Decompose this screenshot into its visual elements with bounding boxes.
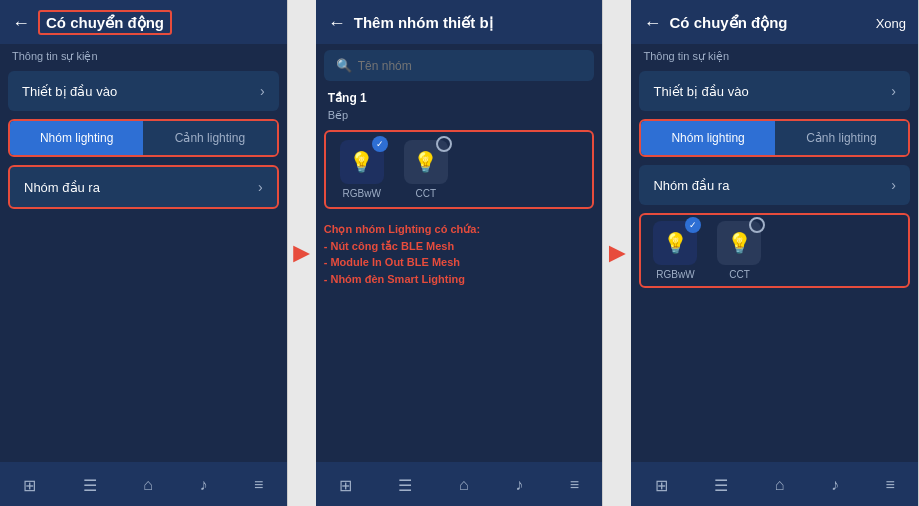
panel2-bottom-nav: ⊞ ☰ ⌂ ♪ ≡ xyxy=(316,462,603,506)
arrow2-icon: ► xyxy=(604,237,632,269)
panel2-device-rgbww-label: RGBwW xyxy=(343,188,381,199)
panel1-back-button[interactable]: ← xyxy=(12,13,30,34)
arrow-2: ► xyxy=(603,0,631,506)
nav1-list-icon[interactable]: ☰ xyxy=(83,476,97,495)
panel3-toggle-group: Nhóm lighting Cảnh lighting xyxy=(639,119,910,157)
panel3-input-device-label: Thiết bị đầu vào xyxy=(653,84,748,99)
panel3-device-rgbww-icon-wrap: 💡 ✓ xyxy=(653,221,697,265)
panel2-bulb-icon-cct: 💡 xyxy=(413,150,438,174)
panel2-device-rgbww[interactable]: 💡 ✓ RGBwW xyxy=(334,140,390,199)
panel3-section-info: Thông tin sự kiện xyxy=(631,44,918,67)
nav2-music-icon[interactable]: ♪ xyxy=(515,476,523,494)
panel1-output-row[interactable]: Nhóm đầu ra › xyxy=(8,165,279,209)
instruction-line2: - Nút công tắc BLE Mesh xyxy=(324,238,595,255)
panel2-header: ← Thêm nhóm thiết bị xyxy=(316,0,603,44)
panel3-device-cct[interactable]: 💡 CCT xyxy=(711,221,767,280)
panel2-device-grid: 💡 ✓ RGBwW 💡 CCT xyxy=(324,130,595,209)
nav2-menu-icon[interactable]: ≡ xyxy=(570,476,579,494)
panel1-input-chevron-icon: › xyxy=(260,83,265,99)
panel-3: ← Có chuyển động Xong Thông tin sự kiện … xyxy=(631,0,919,506)
panel1-title-box: Có chuyển động xyxy=(38,10,172,35)
panel1-section-info: Thông tin sự kiện xyxy=(0,44,287,67)
panel2-bulb-icon-rgbww: 💡 xyxy=(349,150,374,174)
nav3-menu-icon[interactable]: ≡ xyxy=(885,476,894,494)
panel3-input-chevron-icon: › xyxy=(891,83,896,99)
panel3-toggle-scene-btn[interactable]: Cảnh lighting xyxy=(775,121,908,155)
nav2-grid-icon[interactable]: ⊞ xyxy=(339,476,352,495)
panel3-circle-badge-cct xyxy=(749,217,765,233)
panel3-output-row[interactable]: Nhóm đầu ra › xyxy=(639,165,910,205)
panel3-device-cct-label: CCT xyxy=(729,269,750,280)
panel2-device-rgbww-icon-wrap: 💡 ✓ xyxy=(340,140,384,184)
panel-2: ← Thêm nhóm thiết bị 🔍 Tầng 1 Bếp 💡 ✓ RG… xyxy=(316,0,604,506)
nav1-menu-icon[interactable]: ≡ xyxy=(254,476,263,494)
panel3-bulb-icon-cct: 💡 xyxy=(727,231,752,255)
panel3-device-grid: 💡 ✓ RGBwW 💡 CCT xyxy=(639,213,910,288)
panel3-output-chevron-icon: › xyxy=(891,177,896,193)
panel1-output-label: Nhóm đầu ra xyxy=(24,180,100,195)
panel1-toggle-scene-btn[interactable]: Cảnh lighting xyxy=(143,121,276,155)
panel2-instruction: Chọn nhóm Lighting có chứa: - Nút công t… xyxy=(324,221,595,287)
panel2-device-cct-icon-wrap: 💡 xyxy=(404,140,448,184)
panel1-bottom-nav: ⊞ ☰ ⌂ ♪ ≡ xyxy=(0,462,287,506)
arrow-1: ► xyxy=(288,0,316,506)
panel1-toggle-group: Nhóm lighting Cảnh lighting xyxy=(8,119,279,157)
panel3-device-rgbww-label: RGBwW xyxy=(656,269,694,280)
panel3-bottom-nav: ⊞ ☰ ⌂ ♪ ≡ xyxy=(631,462,918,506)
arrow1-icon: ► xyxy=(288,237,316,269)
panel2-device-cct-label: CCT xyxy=(415,188,436,199)
panel2-back-button[interactable]: ← xyxy=(328,13,346,34)
panel3-title: Có chuyển động xyxy=(669,14,867,32)
panel1-toggle-lighting-btn[interactable]: Nhóm lighting xyxy=(10,121,143,155)
panel3-back-button[interactable]: ← xyxy=(643,13,661,34)
panel3-header: ← Có chuyển động Xong xyxy=(631,0,918,44)
panel1-header: ← Có chuyển động xyxy=(0,0,287,44)
panel2-check-badge-rgbww: ✓ xyxy=(372,136,388,152)
instruction-line1: Chọn nhóm Lighting có chứa: xyxy=(324,221,595,238)
panel3-device-cct-icon-wrap: 💡 xyxy=(717,221,761,265)
panel3-output-label: Nhóm đầu ra xyxy=(653,178,729,193)
panel2-circle-badge-cct xyxy=(436,136,452,152)
panel2-search-icon: 🔍 xyxy=(336,58,352,73)
nav2-list-icon[interactable]: ☰ xyxy=(398,476,412,495)
nav3-home-icon[interactable]: ⌂ xyxy=(775,476,785,494)
panel-1: ← Có chuyển động Thông tin sự kiện Thiết… xyxy=(0,0,288,506)
panel3-action-btn[interactable]: Xong xyxy=(876,16,906,31)
panel2-room-label: Bếp xyxy=(316,107,603,126)
nav1-home-icon[interactable]: ⌂ xyxy=(143,476,153,494)
panel3-toggle-lighting-btn[interactable]: Nhóm lighting xyxy=(641,121,774,155)
nav1-music-icon[interactable]: ♪ xyxy=(199,476,207,494)
panel2-title: Thêm nhóm thiết bị xyxy=(354,14,591,32)
panel2-search-bar: 🔍 xyxy=(324,50,595,81)
panel3-input-device-row[interactable]: Thiết bị đầu vào › xyxy=(639,71,910,111)
nav3-music-icon[interactable]: ♪ xyxy=(831,476,839,494)
nav1-grid-icon[interactable]: ⊞ xyxy=(23,476,36,495)
nav2-home-icon[interactable]: ⌂ xyxy=(459,476,469,494)
instruction-line4: - Nhóm đèn Smart Lighting xyxy=(324,271,595,288)
panel1-input-device-label: Thiết bị đầu vào xyxy=(22,84,117,99)
nav3-grid-icon[interactable]: ⊞ xyxy=(655,476,668,495)
panel1-output-chevron-icon: › xyxy=(258,179,263,195)
panel2-device-cct[interactable]: 💡 CCT xyxy=(398,140,454,199)
instruction-line3: - Module In Out BLE Mesh xyxy=(324,254,595,271)
panel1-input-device-row[interactable]: Thiết bị đầu vào › xyxy=(8,71,279,111)
panel2-search-input[interactable] xyxy=(358,59,583,73)
panel3-check-badge-rgbww: ✓ xyxy=(685,217,701,233)
panel2-floor-label: Tầng 1 xyxy=(316,87,603,107)
nav3-list-icon[interactable]: ☰ xyxy=(714,476,728,495)
panel3-bulb-icon-rgbww: 💡 xyxy=(663,231,688,255)
panel1-title: Có chuyển động xyxy=(38,14,275,32)
panel3-device-rgbww[interactable]: 💡 ✓ RGBwW xyxy=(647,221,703,280)
